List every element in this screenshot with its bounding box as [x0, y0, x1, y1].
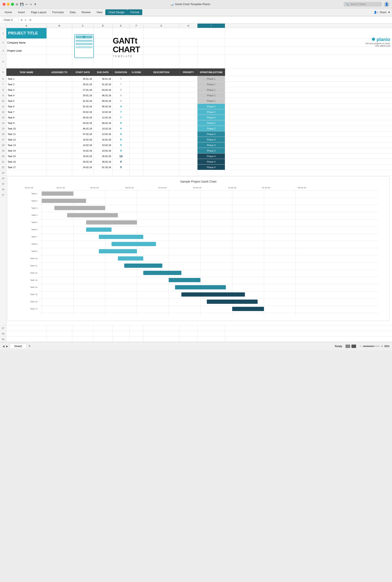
- cell-13I-sprint[interactable]: Phase 2: [198, 115, 225, 120]
- next-sheet-button[interactable]: ▶: [6, 345, 8, 348]
- cell-16C-start[interactable]: 07.02.18: [72, 131, 94, 137]
- cell-59H[interactable]: [180, 337, 198, 342]
- zoom-out-button[interactable]: −: [360, 344, 362, 348]
- cell-13F-percent[interactable]: [130, 115, 143, 120]
- cell-4I[interactable]: [198, 55, 225, 68]
- cell-6H-priority[interactable]: [180, 76, 198, 81]
- cell-18B[interactable]: [47, 142, 72, 148]
- cell-22A-task-name[interactable]: Task 17: [6, 165, 47, 170]
- cell-9A-task-name[interactable]: Task 4: [6, 93, 47, 98]
- cell-company[interactable]: Company Name: [6, 39, 47, 47]
- cell-20E-duration[interactable]: 10: [112, 153, 130, 159]
- cell-6B[interactable]: [47, 76, 72, 81]
- col-header-I[interactable]: I: [198, 24, 225, 28]
- cell-20I-sprint[interactable]: Phase 4: [198, 153, 225, 159]
- cell-18I-sprint[interactable]: Phase 3: [198, 142, 225, 148]
- cell-12B[interactable]: [47, 109, 72, 115]
- cell-22C-start[interactable]: 24.02.18: [72, 165, 94, 170]
- cell-11A-task-name[interactable]: Task 6: [6, 104, 47, 109]
- col-header-G[interactable]: G: [143, 24, 180, 28]
- toolbar-icon-redo[interactable]: ↪: [30, 3, 32, 6]
- cell-57B[interactable]: [47, 326, 72, 331]
- cell-8G-desc[interactable]: [143, 87, 180, 93]
- cell-21H-priority[interactable]: [180, 159, 198, 164]
- tab-format[interactable]: Format: [128, 9, 142, 15]
- cell-17I-sprint[interactable]: Phase 3: [198, 137, 225, 142]
- cell-16F-percent[interactable]: [130, 131, 143, 137]
- cell-20D-due[interactable]: 26.02.18: [94, 153, 112, 159]
- maximize-button[interactable]: [11, 3, 14, 6]
- cell-17D-due[interactable]: 16.02.18: [94, 137, 112, 142]
- cell-11E-duration[interactable]: 4: [112, 104, 130, 109]
- cell-reference[interactable]: Chart 3: [2, 18, 19, 22]
- cell-10B[interactable]: [47, 98, 72, 104]
- cell-16E-duration[interactable]: 6: [112, 131, 130, 137]
- cell-19I-sprint[interactable]: Phase 3: [198, 148, 225, 153]
- cell-18E-duration[interactable]: 5: [112, 142, 130, 148]
- cell-22F-percent[interactable]: [130, 165, 143, 170]
- user-avatar[interactable]: 👤: [384, 2, 390, 7]
- cell-13D-due[interactable]: 12.02.18: [94, 115, 112, 120]
- cell-11C-start[interactable]: 01.02.18: [72, 104, 94, 109]
- cell-14E-duration[interactable]: 6: [112, 120, 130, 126]
- cell-57E[interactable]: [112, 326, 130, 331]
- cell-21D-due[interactable]: 28.02.18: [94, 159, 112, 164]
- cell-58H[interactable]: [180, 331, 198, 336]
- cell-20F-percent[interactable]: [130, 153, 143, 159]
- cell-22D-due[interactable]: 01.03.18: [94, 165, 112, 170]
- cell-18F-percent[interactable]: [130, 142, 143, 148]
- cell-23D[interactable]: [94, 170, 112, 175]
- cell-12A-task-name[interactable]: Task 7: [6, 109, 47, 115]
- cell-57A[interactable]: [6, 326, 47, 331]
- cell-8H-priority[interactable]: [180, 87, 198, 93]
- cell-57H[interactable]: [180, 326, 198, 331]
- cell-18A-task-name[interactable]: Task 13: [6, 142, 47, 148]
- cell-16B[interactable]: [47, 131, 72, 137]
- col-header-D[interactable]: D: [94, 24, 112, 28]
- cell-9B[interactable]: [47, 93, 72, 98]
- cell-7D-due[interactable]: 01.02.18: [94, 82, 112, 87]
- cell-13A-task-name[interactable]: Task 8: [6, 115, 47, 120]
- cell-9C-start[interactable]: 29.01.18: [72, 93, 94, 98]
- cell-16A-task-name[interactable]: Task 11: [6, 131, 47, 137]
- cell-6G-desc[interactable]: [143, 76, 180, 81]
- cell-58C[interactable]: [72, 331, 94, 336]
- layout-view-icon[interactable]: [352, 345, 356, 348]
- cell-59I[interactable]: [198, 337, 225, 342]
- cell-7G-desc[interactable]: [143, 82, 180, 87]
- cell-57G[interactable]: [143, 326, 180, 331]
- cell-58I[interactable]: [198, 331, 225, 336]
- cell-14I-sprint[interactable]: Phase 2: [198, 120, 225, 126]
- close-button[interactable]: [2, 3, 6, 6]
- cell-16I-sprint[interactable]: Phase 3: [198, 131, 225, 137]
- cell-59E[interactable]: [112, 337, 130, 342]
- cell-4H[interactable]: [180, 55, 198, 68]
- cell-22H-priority[interactable]: [180, 165, 198, 170]
- cell-8F-percent[interactable]: [130, 87, 143, 93]
- cell-19E-duration[interactable]: 8: [112, 148, 130, 153]
- cell-59G[interactable]: [143, 337, 180, 342]
- cell-11G-desc[interactable]: [143, 104, 180, 109]
- cell-22E-duration[interactable]: 5: [112, 165, 130, 170]
- cell-23E[interactable]: [112, 170, 130, 175]
- col-header-F[interactable]: F: [130, 24, 143, 28]
- cell-6A-task-name[interactable]: Task 1: [6, 76, 47, 81]
- cell-10G-desc[interactable]: [143, 98, 180, 104]
- cell-11H-priority[interactable]: [180, 104, 198, 109]
- cell-7B[interactable]: [47, 82, 72, 87]
- cell-6F-percent[interactable]: [130, 76, 143, 81]
- tab-page-layout[interactable]: Page Layout: [28, 9, 49, 15]
- add-sheet-button[interactable]: +: [28, 344, 31, 348]
- cell-14F-percent[interactable]: [130, 120, 143, 126]
- grid-view-icon[interactable]: [346, 345, 350, 348]
- cell-10C-start[interactable]: 01.02.18: [72, 98, 94, 104]
- cell-14A-task-name[interactable]: Task 9: [6, 120, 47, 126]
- cell-4A[interactable]: [6, 55, 47, 68]
- cell-8I-sprint[interactable]: Phase 1: [198, 87, 225, 93]
- cell-11F-percent[interactable]: [130, 104, 143, 109]
- cell-21F-percent[interactable]: [130, 159, 143, 164]
- cell-7C-start[interactable]: 25.01.18: [72, 82, 94, 87]
- cell-20H-priority[interactable]: [180, 153, 198, 159]
- toolbar-icon-undo[interactable]: ↩: [25, 3, 28, 6]
- cell-12H-priority[interactable]: [180, 109, 198, 115]
